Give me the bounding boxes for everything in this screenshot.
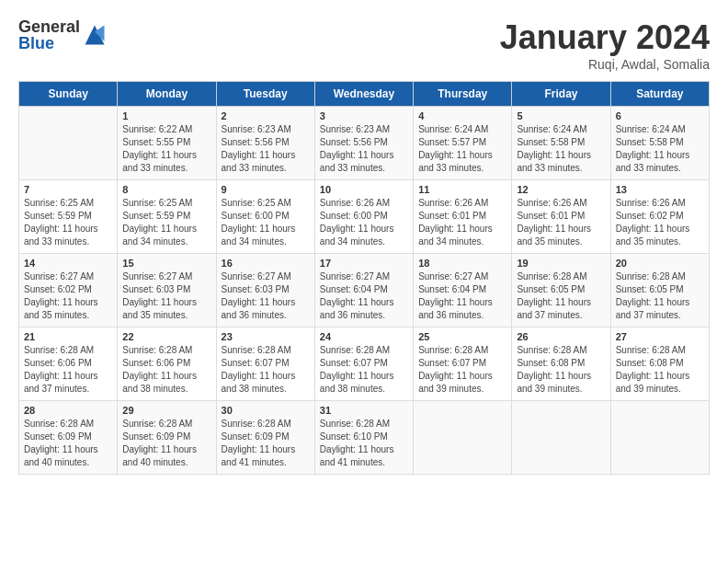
title-block: January 2024 Ruqi, Awdal, Somalia xyxy=(500,18,710,72)
calendar-day-cell xyxy=(512,401,610,475)
weekday-header: Friday xyxy=(512,82,610,107)
day-number: 3 xyxy=(320,110,408,121)
calendar-day-cell: 18Sunrise: 6:27 AM Sunset: 6:04 PM Dayli… xyxy=(414,254,512,327)
calendar-day-cell: 20Sunrise: 6:28 AM Sunset: 6:05 PM Dayli… xyxy=(610,254,709,327)
day-info: Sunrise: 6:28 AM Sunset: 6:06 PM Dayligh… xyxy=(122,344,210,396)
day-number: 5 xyxy=(517,110,605,121)
day-number: 9 xyxy=(222,184,310,195)
calendar-day-cell: 15Sunrise: 6:27 AM Sunset: 6:03 PM Dayli… xyxy=(118,254,216,327)
calendar-day-cell: 12Sunrise: 6:26 AM Sunset: 6:01 PM Dayli… xyxy=(512,180,610,254)
day-number: 21 xyxy=(24,331,112,342)
day-info: Sunrise: 6:24 AM Sunset: 5:58 PM Dayligh… xyxy=(616,123,704,175)
day-info: Sunrise: 6:28 AM Sunset: 6:06 PM Dayligh… xyxy=(24,344,112,396)
day-info: Sunrise: 6:27 AM Sunset: 6:04 PM Dayligh… xyxy=(418,270,506,322)
calendar-day-cell: 17Sunrise: 6:27 AM Sunset: 6:04 PM Dayli… xyxy=(314,254,413,327)
weekday-header: Thursday xyxy=(414,82,512,107)
calendar-week-row: 14Sunrise: 6:27 AM Sunset: 6:02 PM Dayli… xyxy=(19,254,710,327)
day-number: 19 xyxy=(517,258,605,269)
day-number: 23 xyxy=(222,331,310,342)
day-info: Sunrise: 6:26 AM Sunset: 6:00 PM Dayligh… xyxy=(320,197,408,248)
calendar-day-cell: 4Sunrise: 6:24 AM Sunset: 5:57 PM Daylig… xyxy=(414,107,512,180)
day-number: 4 xyxy=(418,110,506,121)
calendar-day-cell: 25Sunrise: 6:28 AM Sunset: 6:07 PM Dayli… xyxy=(414,327,512,401)
weekday-header: Wednesday xyxy=(314,82,413,107)
day-info: Sunrise: 6:27 AM Sunset: 6:03 PM Dayligh… xyxy=(222,270,310,322)
day-info: Sunrise: 6:26 AM Sunset: 6:01 PM Dayligh… xyxy=(418,197,506,248)
day-info: Sunrise: 6:25 AM Sunset: 5:59 PM Dayligh… xyxy=(24,197,112,248)
calendar-day-cell xyxy=(19,107,118,180)
weekday-row: SundayMondayTuesdayWednesdayThursdayFrid… xyxy=(19,82,710,107)
day-info: Sunrise: 6:28 AM Sunset: 6:05 PM Dayligh… xyxy=(517,270,605,322)
day-info: Sunrise: 6:28 AM Sunset: 6:07 PM Dayligh… xyxy=(320,344,408,396)
calendar-day-cell xyxy=(414,401,512,475)
day-number: 14 xyxy=(24,258,112,269)
day-number: 24 xyxy=(320,331,408,342)
day-number: 2 xyxy=(222,110,310,121)
calendar-week-row: 21Sunrise: 6:28 AM Sunset: 6:06 PM Dayli… xyxy=(19,327,710,401)
day-info: Sunrise: 6:28 AM Sunset: 6:08 PM Dayligh… xyxy=(517,344,605,396)
day-number: 31 xyxy=(320,405,408,416)
weekday-header: Monday xyxy=(118,82,216,107)
day-number: 10 xyxy=(320,184,408,195)
day-info: Sunrise: 6:23 AM Sunset: 5:56 PM Dayligh… xyxy=(222,123,310,175)
weekday-header: Saturday xyxy=(610,82,709,107)
day-number: 6 xyxy=(616,110,704,121)
calendar-day-cell: 29Sunrise: 6:28 AM Sunset: 6:09 PM Dayli… xyxy=(118,401,216,475)
day-number: 26 xyxy=(517,331,605,342)
day-number: 20 xyxy=(616,258,704,269)
calendar-table: SundayMondayTuesdayWednesdayThursdayFrid… xyxy=(18,81,710,475)
calendar-day-cell: 5Sunrise: 6:24 AM Sunset: 5:58 PM Daylig… xyxy=(512,107,610,180)
calendar-day-cell: 10Sunrise: 6:26 AM Sunset: 6:00 PM Dayli… xyxy=(314,180,413,254)
day-info: Sunrise: 6:28 AM Sunset: 6:05 PM Dayligh… xyxy=(616,270,704,322)
calendar-header: SundayMondayTuesdayWednesdayThursdayFrid… xyxy=(19,82,710,107)
logo-text-blue: Blue xyxy=(18,35,80,52)
calendar-body: 1Sunrise: 6:22 AM Sunset: 5:55 PM Daylig… xyxy=(19,107,710,475)
page-header: General Blue January 2024 Ruqi, Awdal, S… xyxy=(18,18,710,72)
day-number: 28 xyxy=(24,405,112,416)
calendar-day-cell: 8Sunrise: 6:25 AM Sunset: 5:59 PM Daylig… xyxy=(118,180,216,254)
day-info: Sunrise: 6:25 AM Sunset: 6:00 PM Dayligh… xyxy=(222,197,310,248)
calendar-day-cell: 19Sunrise: 6:28 AM Sunset: 6:05 PM Dayli… xyxy=(512,254,610,327)
calendar-day-cell: 11Sunrise: 6:26 AM Sunset: 6:01 PM Dayli… xyxy=(414,180,512,254)
day-info: Sunrise: 6:24 AM Sunset: 5:57 PM Dayligh… xyxy=(418,123,506,175)
calendar-day-cell: 30Sunrise: 6:28 AM Sunset: 6:09 PM Dayli… xyxy=(216,401,314,475)
calendar-day-cell: 28Sunrise: 6:28 AM Sunset: 6:09 PM Dayli… xyxy=(19,401,118,475)
location-title: Ruqi, Awdal, Somalia xyxy=(500,57,710,72)
month-title: January 2024 xyxy=(500,18,710,57)
calendar-day-cell: 3Sunrise: 6:23 AM Sunset: 5:56 PM Daylig… xyxy=(314,107,413,180)
day-info: Sunrise: 6:25 AM Sunset: 5:59 PM Dayligh… xyxy=(122,197,210,248)
day-info: Sunrise: 6:26 AM Sunset: 6:01 PM Dayligh… xyxy=(517,197,605,248)
calendar-day-cell: 27Sunrise: 6:28 AM Sunset: 6:08 PM Dayli… xyxy=(610,327,709,401)
logo-icon xyxy=(82,22,108,48)
day-number: 22 xyxy=(122,331,210,342)
day-number: 15 xyxy=(122,258,210,269)
day-info: Sunrise: 6:23 AM Sunset: 5:56 PM Dayligh… xyxy=(320,123,408,175)
calendar-day-cell: 21Sunrise: 6:28 AM Sunset: 6:06 PM Dayli… xyxy=(19,327,118,401)
day-number: 18 xyxy=(418,258,506,269)
calendar-day-cell: 7Sunrise: 6:25 AM Sunset: 5:59 PM Daylig… xyxy=(19,180,118,254)
day-number: 16 xyxy=(222,258,310,269)
logo-text-general: General xyxy=(18,18,80,35)
day-number: 17 xyxy=(320,258,408,269)
day-info: Sunrise: 6:28 AM Sunset: 6:10 PM Dayligh… xyxy=(320,418,408,469)
calendar-day-cell: 14Sunrise: 6:27 AM Sunset: 6:02 PM Dayli… xyxy=(19,254,118,327)
calendar-day-cell: 2Sunrise: 6:23 AM Sunset: 5:56 PM Daylig… xyxy=(216,107,314,180)
day-info: Sunrise: 6:22 AM Sunset: 5:55 PM Dayligh… xyxy=(122,123,210,175)
day-number: 12 xyxy=(517,184,605,195)
day-info: Sunrise: 6:28 AM Sunset: 6:07 PM Dayligh… xyxy=(418,344,506,396)
day-info: Sunrise: 6:24 AM Sunset: 5:58 PM Dayligh… xyxy=(517,123,605,175)
day-number: 27 xyxy=(616,331,704,342)
calendar-day-cell xyxy=(610,401,709,475)
day-info: Sunrise: 6:27 AM Sunset: 6:03 PM Dayligh… xyxy=(122,270,210,322)
day-info: Sunrise: 6:27 AM Sunset: 6:02 PM Dayligh… xyxy=(24,270,112,322)
calendar-day-cell: 1Sunrise: 6:22 AM Sunset: 5:55 PM Daylig… xyxy=(118,107,216,180)
calendar-day-cell: 24Sunrise: 6:28 AM Sunset: 6:07 PM Dayli… xyxy=(314,327,413,401)
day-info: Sunrise: 6:28 AM Sunset: 6:08 PM Dayligh… xyxy=(616,344,704,396)
calendar-day-cell: 26Sunrise: 6:28 AM Sunset: 6:08 PM Dayli… xyxy=(512,327,610,401)
day-number: 11 xyxy=(418,184,506,195)
calendar-day-cell: 13Sunrise: 6:26 AM Sunset: 6:02 PM Dayli… xyxy=(610,180,709,254)
day-info: Sunrise: 6:26 AM Sunset: 6:02 PM Dayligh… xyxy=(616,197,704,248)
calendar-day-cell: 22Sunrise: 6:28 AM Sunset: 6:06 PM Dayli… xyxy=(118,327,216,401)
calendar-week-row: 1Sunrise: 6:22 AM Sunset: 5:55 PM Daylig… xyxy=(19,107,710,180)
day-number: 8 xyxy=(122,184,210,195)
